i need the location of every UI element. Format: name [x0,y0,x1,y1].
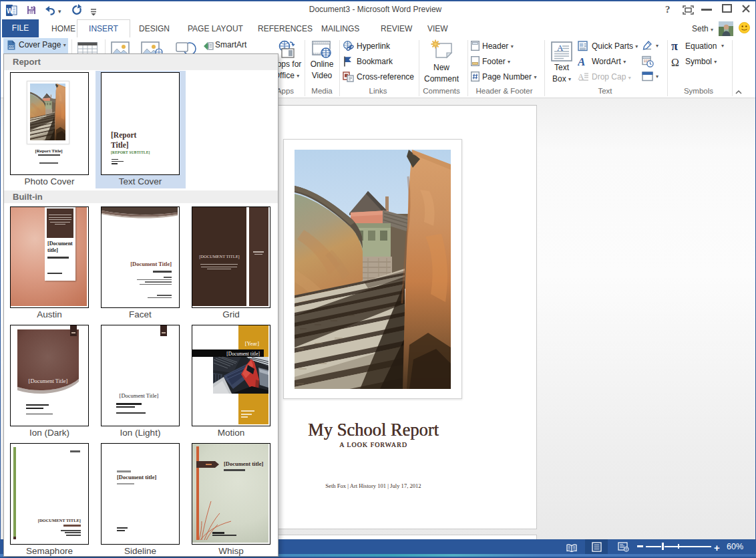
svg-text:π: π [671,41,678,52]
svg-text:A: A [578,56,585,67]
svg-text:Ω: Ω [671,57,679,68]
